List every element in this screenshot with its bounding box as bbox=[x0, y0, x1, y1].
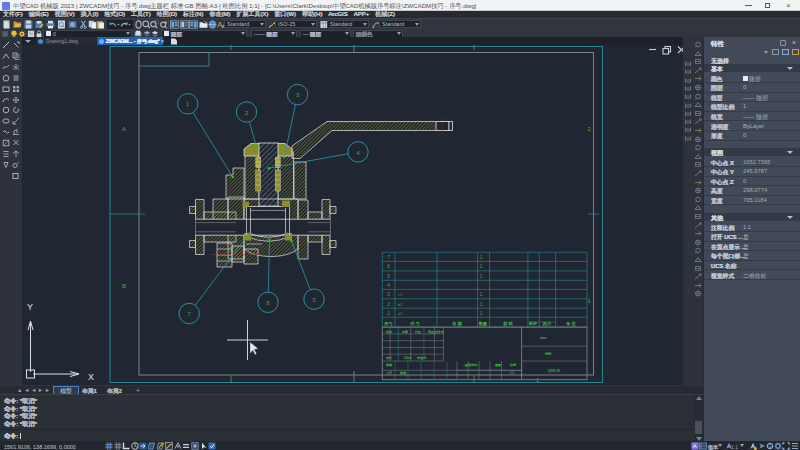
svg-text:a1: a1 bbox=[398, 311, 403, 316]
svg-text:分区: 分区 bbox=[415, 330, 421, 334]
svg-text:A: A bbox=[692, 443, 696, 449]
svg-text:5: 5 bbox=[312, 297, 315, 303]
svg-text:球阀: 球阀 bbox=[545, 352, 551, 356]
svg-text:标记: 标记 bbox=[385, 330, 392, 334]
svg-text:1: 1 bbox=[480, 264, 483, 269]
svg-text:6: 6 bbox=[266, 300, 269, 306]
svg-text:重量: 重量 bbox=[495, 363, 501, 367]
svg-text:设计: 设计 bbox=[386, 356, 393, 360]
svg-text:7: 7 bbox=[387, 255, 390, 260]
svg-text:数量: 数量 bbox=[479, 321, 487, 326]
svg-text:序号: 序号 bbox=[384, 321, 393, 326]
svg-text:工艺: 工艺 bbox=[386, 371, 392, 375]
svg-text:比例: 比例 bbox=[510, 363, 516, 367]
svg-text:6: 6 bbox=[387, 264, 390, 269]
svg-text:1: 1 bbox=[480, 311, 483, 316]
svg-text:标准化: 标准化 bbox=[416, 356, 427, 360]
svg-text:3: 3 bbox=[296, 92, 299, 98]
svg-text:1: 1 bbox=[480, 255, 483, 260]
svg-text:3: 3 bbox=[387, 292, 390, 297]
svg-text:7: 7 bbox=[188, 311, 191, 317]
svg-text:1:1: 1:1 bbox=[510, 371, 515, 375]
svg-text:1: 1 bbox=[480, 292, 483, 297]
svg-text:代 号: 代 号 bbox=[409, 321, 420, 326]
svg-text:批准: 批准 bbox=[400, 371, 406, 375]
svg-text:Q11F-16: Q11F-16 bbox=[548, 369, 560, 373]
svg-text:xxxx: xxxx bbox=[540, 336, 547, 340]
svg-text:2: 2 bbox=[387, 302, 390, 307]
svg-text:2: 2 bbox=[245, 110, 248, 116]
svg-text:1: 1 bbox=[480, 302, 483, 307]
svg-text:B: B bbox=[122, 283, 126, 289]
svg-text:A: A bbox=[122, 126, 126, 132]
svg-text:处数: 处数 bbox=[401, 330, 408, 334]
svg-text:审核: 审核 bbox=[386, 363, 392, 367]
svg-text:X: X bbox=[88, 372, 94, 382]
svg-text:1: 1 bbox=[186, 101, 189, 107]
svg-text:5: 5 bbox=[387, 274, 390, 279]
svg-text:1: 1 bbox=[480, 274, 483, 279]
svg-text:Clark: Clark bbox=[404, 356, 412, 360]
svg-text:Y: Y bbox=[27, 302, 33, 312]
svg-text:更改文件号: 更改文件号 bbox=[428, 330, 443, 334]
svg-text:G: G bbox=[768, 444, 772, 449]
svg-text:b1: b1 bbox=[398, 302, 403, 307]
svg-text:A: A bbox=[217, 20, 222, 29]
svg-text:4: 4 bbox=[387, 283, 390, 288]
svg-text:备 注: 备 注 bbox=[566, 321, 576, 326]
svg-text:名 称: 名 称 bbox=[452, 321, 462, 326]
svg-text:1: 1 bbox=[387, 311, 390, 316]
svg-text:阶段标记: 阶段标记 bbox=[465, 363, 477, 367]
